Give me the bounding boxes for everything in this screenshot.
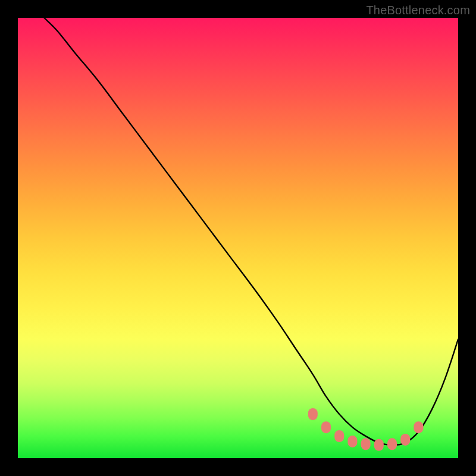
marker-dot [334, 430, 344, 442]
chart-svg [18, 18, 458, 458]
marker-dot [374, 439, 384, 451]
plot-area [18, 18, 458, 458]
marker-dot [347, 436, 357, 447]
chart-frame: TheBottleneck.com [0, 0, 476, 476]
optimal-range-markers [308, 408, 424, 451]
marker-dot [321, 421, 331, 433]
watermark-text: TheBottleneck.com [366, 4, 470, 17]
marker-dot [414, 421, 423, 433]
marker-dot [361, 438, 371, 450]
marker-dot [400, 434, 410, 446]
marker-dot [308, 408, 318, 420]
marker-dot [387, 438, 397, 450]
bottleneck-curve [44, 18, 458, 445]
